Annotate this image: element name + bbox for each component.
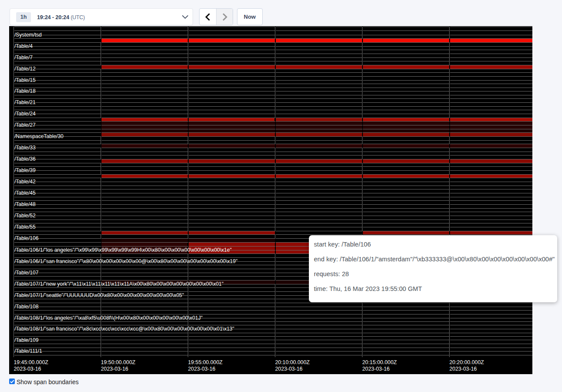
svg-text:/Table/24: /Table/24 — [14, 111, 36, 117]
svg-text:/NamespaceTable/30: /NamespaceTable/30 — [14, 133, 64, 139]
svg-text:/Table/52: /Table/52 — [14, 213, 36, 219]
svg-text:/Table/108/1/"los angeles"/"\x: /Table/108/1/"los angeles"/"\xa8\xf5\u00… — [14, 315, 203, 321]
svg-text:2023-03-16: 2023-03-16 — [275, 366, 303, 372]
svg-text:/Table/107: /Table/107 — [14, 270, 39, 276]
svg-text:2023-03-16: 2023-03-16 — [362, 366, 390, 372]
svg-text:/Table/106: /Table/106 — [14, 235, 39, 241]
svg-text:/Table/15: /Table/15 — [14, 77, 36, 83]
svg-text:/Table/106/1/"san francisco"/": /Table/106/1/"san francisco"/"\x80\x00\x… — [14, 258, 237, 264]
svg-text:19:55:00.000Z: 19:55:00.000Z — [188, 359, 223, 365]
svg-text:/Table/109: /Table/109 — [14, 337, 39, 343]
svg-text:/Table/55: /Table/55 — [14, 224, 36, 230]
svg-text:/Table/111/1: /Table/111/1 — [14, 348, 42, 354]
svg-text:/Table/39: /Table/39 — [14, 167, 36, 173]
svg-text:19:45:00.000Z: 19:45:00.000Z — [14, 359, 49, 365]
svg-text:/System/tsd: /System/tsd — [14, 32, 42, 38]
svg-text:20:20:00.000Z: 20:20:00.000Z — [450, 359, 484, 365]
svg-text:/Table/27: /Table/27 — [14, 122, 36, 128]
svg-text:/Table/45: /Table/45 — [14, 190, 36, 196]
svg-text:2023-03-16: 2023-03-16 — [188, 366, 216, 372]
svg-text:/Table/108: /Table/108 — [14, 304, 39, 310]
svg-text:/Table/107/1/"new york"/"\x11\: /Table/107/1/"new york"/"\x11\x11\x11\x1… — [14, 281, 223, 287]
svg-text:20:10:00.000Z: 20:10:00.000Z — [275, 359, 310, 365]
svg-text:/Table/108/1/"san francisco"/": /Table/108/1/"san francisco"/"\x8c\xcc\x… — [14, 326, 234, 332]
svg-text:/Table/106/1/"los angeles"/"\x: /Table/106/1/"los angeles"/"\x99\x99\x99… — [14, 247, 232, 253]
svg-text:2023-03-16: 2023-03-16 — [101, 366, 129, 372]
svg-text:/Table/21: /Table/21 — [14, 99, 36, 105]
svg-text:/Table/36: /Table/36 — [14, 156, 36, 162]
svg-text:/Table/4: /Table/4 — [14, 43, 33, 49]
svg-text:/Table/7: /Table/7 — [14, 54, 33, 61]
svg-text:/Table/42: /Table/42 — [14, 179, 36, 185]
svg-text:/Table/12: /Table/12 — [14, 66, 36, 72]
svg-text:2023-03-16: 2023-03-16 — [450, 366, 477, 372]
svg-text:2023-03-16: 2023-03-16 — [14, 366, 41, 372]
svg-text:/Table/48: /Table/48 — [14, 201, 36, 207]
svg-text:/Table/18: /Table/18 — [14, 88, 36, 94]
svg-text:20:15:00.000Z: 20:15:00.000Z — [362, 359, 397, 365]
svg-text:/Table/33: /Table/33 — [14, 145, 36, 151]
svg-text:19:50:00.000Z: 19:50:00.000Z — [101, 359, 136, 365]
svg-text:/Table/107/1/"seattle"/"UUUUUU: /Table/107/1/"seattle"/"UUUUUUD\x00\x80\… — [14, 292, 184, 298]
